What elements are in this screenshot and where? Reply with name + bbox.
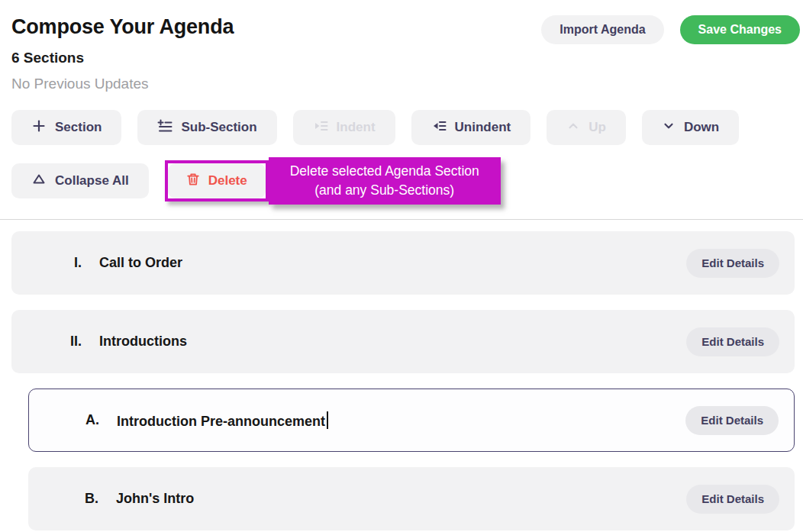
toolbar-row-1: Section Sub-Section xyxy=(11,110,803,145)
page-header: Compose Your Agenda 6 Sections No Previo… xyxy=(0,0,803,93)
agenda-row-johns-intro[interactable]: B. John's Intro Edit Details xyxy=(28,467,795,530)
page-title: Compose Your Agenda xyxy=(11,14,234,40)
section-numeral: A. xyxy=(29,412,99,428)
move-up-button[interactable]: Up xyxy=(547,110,626,145)
delete-button[interactable]: Delete xyxy=(168,163,266,198)
delete-tooltip: Delete selected Agenda Section (and any … xyxy=(269,157,501,205)
button-label: Collapse All xyxy=(55,173,129,189)
add-section-button[interactable]: Section xyxy=(11,110,121,145)
section-count: 6 Sections xyxy=(11,49,234,67)
triangle-up-icon xyxy=(31,172,47,191)
agenda-row-introductions[interactable]: II. Introductions Edit Details xyxy=(11,310,795,373)
button-label: Delete xyxy=(208,173,247,189)
indent-icon xyxy=(313,118,328,137)
divider xyxy=(0,219,803,220)
edit-details-button[interactable]: Edit Details xyxy=(686,327,779,356)
updates-note: No Previous Updates xyxy=(11,75,234,93)
move-down-button[interactable]: Down xyxy=(642,110,739,145)
import-agenda-button[interactable]: Import Agenda xyxy=(541,15,663,44)
add-subsection-button[interactable]: Sub-Section xyxy=(137,110,276,145)
agenda-row-call-to-order[interactable]: I. Call to Order Edit Details xyxy=(11,231,795,295)
delete-annotation-highlight: Delete xyxy=(165,160,269,202)
button-label: Indent xyxy=(337,120,376,135)
button-label: Sub-Section xyxy=(181,120,256,135)
unindent-button[interactable]: Unindent xyxy=(411,110,531,145)
agenda-row-introduction-pre-announcement[interactable]: A. Introduction Pre-announcement Edit De… xyxy=(28,389,795,452)
plus-icon xyxy=(31,118,47,137)
section-label-editing[interactable]: Introduction Pre-announcement xyxy=(117,411,685,430)
section-label: Introductions xyxy=(99,334,686,350)
chevron-up-icon xyxy=(566,119,580,137)
button-label: Up xyxy=(589,120,606,135)
tooltip-line-2: (and any Sub-Sections) xyxy=(281,181,489,200)
header-actions: Import Agenda Save Changes xyxy=(541,15,800,44)
button-label: Section xyxy=(55,120,102,135)
unindent-icon xyxy=(431,118,447,137)
section-label-text: Introduction Pre-announcement xyxy=(117,414,325,429)
chevron-down-icon xyxy=(662,119,676,137)
edit-details-button[interactable]: Edit Details xyxy=(686,249,779,278)
toolbar-row-2: Collapse All Delete Delete selected Agen… xyxy=(11,157,803,205)
agenda-section-list: I. Call to Order Edit Details II. Introd… xyxy=(0,231,803,530)
indent-button[interactable]: Indent xyxy=(293,110,395,145)
edit-details-button[interactable]: Edit Details xyxy=(685,406,779,435)
button-label: Unindent xyxy=(455,120,511,135)
section-numeral: B. xyxy=(28,491,98,507)
text-cursor xyxy=(327,411,328,429)
section-label: Call to Order xyxy=(99,255,686,271)
section-numeral: I. xyxy=(11,255,82,271)
collapse-all-button[interactable]: Collapse All xyxy=(11,163,149,198)
section-numeral: II. xyxy=(11,334,82,350)
save-changes-button[interactable]: Save Changes xyxy=(680,15,800,44)
compose-agenda-page: Compose Your Agenda 6 Sections No Previo… xyxy=(0,0,803,532)
trash-icon xyxy=(186,172,200,190)
tooltip-line-1: Delete selected Agenda Section xyxy=(281,162,489,181)
button-label: Down xyxy=(684,120,719,135)
edit-details-button[interactable]: Edit Details xyxy=(686,485,779,514)
section-label: John's Intro xyxy=(116,491,686,507)
header-text-block: Compose Your Agenda 6 Sections No Previo… xyxy=(11,14,234,93)
add-subsection-icon xyxy=(157,118,173,137)
